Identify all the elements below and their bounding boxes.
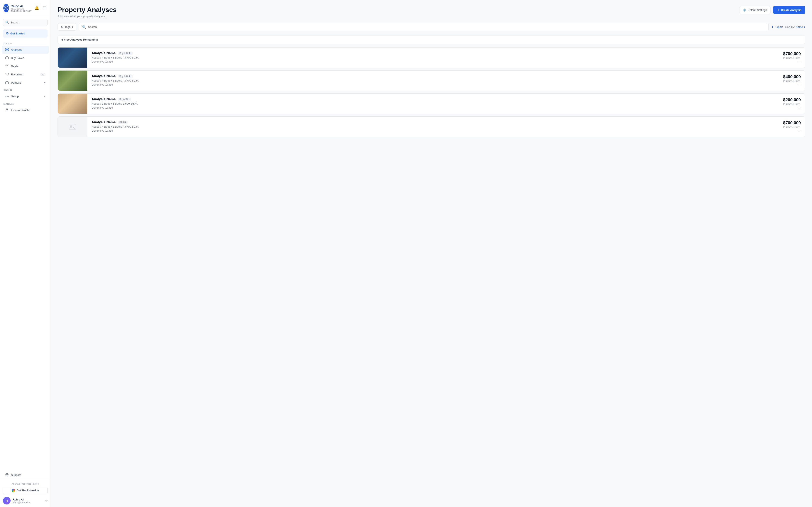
card-details: House / 2 Beds / 1 Bath / 1,500 Sq.Ft. <box>92 102 775 105</box>
chrome-icon <box>12 489 15 492</box>
plus-icon: ＋ <box>777 8 780 12</box>
card-location: Dover, PA, 17315 <box>92 129 775 132</box>
card-menu-button[interactable]: ··· <box>797 60 801 64</box>
card-image-placeholder <box>58 117 87 137</box>
filter-search-input[interactable] <box>88 25 765 29</box>
card-price-label: Purchase Price <box>783 80 801 82</box>
free-analyses-banner: 6 Free Analyses Remaining! <box>57 35 805 44</box>
card-price: $200,000 <box>783 97 801 102</box>
card-price: $700,000 <box>783 51 801 56</box>
card-location: Dover, PA, 17315 <box>92 60 775 63</box>
filter-search-box: 🔍 <box>79 23 768 31</box>
social-section-label: Social <box>0 87 51 92</box>
card-title-row: Analysis Name Buy & Hold <box>92 74 775 78</box>
get-started-label: Get Started <box>10 32 25 35</box>
settings-icon: ⚙️ <box>743 8 746 12</box>
svg-point-17 <box>70 125 72 127</box>
card-title-row: Analysis Name Fix & Flip <box>92 97 775 101</box>
page-subtitle: A list view of all your property analyse… <box>57 14 117 18</box>
analyze-faster-text: Analyze Properties Faster! <box>3 483 48 485</box>
investor-profile-label: Investor Profile <box>11 109 30 112</box>
card-tag: Buy & Hold <box>118 52 133 55</box>
analyses-label: Analyses <box>11 48 22 51</box>
buy-boxes-icon <box>5 56 9 60</box>
sort-chevron-icon: ▾ <box>804 25 805 29</box>
tags-button[interactable]: 🏷 Tags ▾ <box>57 23 77 31</box>
filter-bar: 🏷 Tags ▾ 🔍 ⬆ Export Sort by: Name ▾ <box>57 23 805 31</box>
notifications-button[interactable]: 🔔 <box>34 5 40 11</box>
card-menu-button[interactable]: ··· <box>797 82 801 87</box>
group-icon <box>5 95 9 99</box>
create-analysis-button[interactable]: ＋ Create Analysis <box>773 6 805 14</box>
tags-label: Tags <box>65 25 70 29</box>
card-image <box>58 94 87 114</box>
card-price-block: $700,000 Purchase Price <box>783 120 801 129</box>
card-name: Analysis Name <box>92 97 116 101</box>
export-button[interactable]: ⬆ Export <box>771 25 783 29</box>
avatar-initials: R <box>6 499 8 502</box>
analysis-card[interactable]: Analysis Name Buy & Hold House / 4 Beds … <box>57 47 805 68</box>
deals-icon <box>5 64 9 68</box>
tools-section-label: Tools <box>0 40 51 46</box>
default-settings-label: Default Settings <box>748 8 767 12</box>
card-title-row: Analysis Name Buy & Hold <box>92 51 775 55</box>
logo-text: Reico AI REAL ESTATE INVESTING COPILOT <box>11 4 34 12</box>
search-input[interactable] <box>11 21 45 24</box>
analyses-icon <box>5 48 9 52</box>
logo: Reico AI REAL ESTATE INVESTING COPILOT <box>3 4 34 12</box>
user-info: Reico AI Mark@therealtor... <box>13 498 43 504</box>
menu-button[interactable]: ☰ <box>42 5 47 11</box>
group-chevron-icon: ▾ <box>44 95 45 98</box>
card-menu-button[interactable]: ··· <box>797 129 801 133</box>
page-title-block: Property Analyses A list view of all you… <box>57 6 117 18</box>
app-subtitle: REAL ESTATE INVESTING COPILOT <box>11 8 34 12</box>
card-price: $400,000 <box>783 74 801 79</box>
favorites-badge: 00 <box>40 73 45 76</box>
sidebar-item-buy-boxes[interactable]: Buy Boxes <box>2 54 49 62</box>
svg-rect-3 <box>5 50 7 51</box>
sidebar-item-deals[interactable]: Deals <box>2 62 49 70</box>
svg-point-9 <box>6 109 8 110</box>
card-location: Dover, PA, 17315 <box>92 83 775 86</box>
user-row: R Reico AI Mark@therealtor... ⎋ <box>3 497 48 504</box>
page-header: Property Analyses A list view of all you… <box>57 6 805 18</box>
group-label: Group <box>11 95 18 98</box>
sidebar-item-support[interactable]: Support <box>2 471 49 479</box>
avatar: R <box>3 497 11 504</box>
search-icon: 🔍 <box>5 21 9 24</box>
card-name: Analysis Name <box>92 120 116 124</box>
card-details: House / 4 Beds / 3 Baths / 3,700 Sq.Ft. <box>92 79 775 82</box>
card-body: Analysis Name BRRR House / 4 Beds / 3 Ba… <box>87 117 779 137</box>
get-extension-button[interactable]: Get The Extension <box>3 487 48 494</box>
support-icon <box>5 473 9 477</box>
card-tag: Buy & Hold <box>118 74 133 78</box>
get-started-button[interactable]: ⟳ Get Started <box>3 30 48 38</box>
default-settings-button[interactable]: ⚙️ Default Settings <box>739 6 770 14</box>
card-tag: Fix & Flip <box>118 98 131 101</box>
header-actions: ⚙️ Default Settings ＋ Create Analysis <box>739 6 805 14</box>
card-menu-button[interactable]: ··· <box>797 106 801 110</box>
sidebar-item-group[interactable]: Group ▾ <box>2 93 49 100</box>
card-location: Dover, PA, 17315 <box>92 106 775 109</box>
filter-search-icon: 🔍 <box>82 25 86 29</box>
card-image <box>58 70 87 91</box>
svg-point-8 <box>7 95 8 96</box>
logout-button[interactable]: ⎋ <box>45 499 48 503</box>
sort-value[interactable]: Name <box>796 25 803 29</box>
tag-icon: 🏷 <box>61 25 63 29</box>
favorites-icon <box>5 72 9 76</box>
sidebar-item-portfolio[interactable]: Portfolio ▾ <box>2 79 49 87</box>
svg-rect-6 <box>5 82 8 84</box>
sidebar-item-analyses[interactable]: Analyses <box>2 46 49 54</box>
svg-rect-1 <box>5 48 7 49</box>
sidebar-item-investor-profile[interactable]: Investor Profile <box>2 106 49 114</box>
card-image <box>58 48 87 68</box>
analysis-card[interactable]: Analysis Name Buy & Hold House / 4 Beds … <box>57 70 805 91</box>
analysis-card[interactable]: Analysis Name Fix & Flip House / 2 Beds … <box>57 93 805 114</box>
analysis-card[interactable]: Analysis Name BRRR House / 4 Beds / 3 Ba… <box>57 116 805 137</box>
export-icon: ⬆ <box>771 25 773 29</box>
portfolio-label: Portfolio <box>11 81 21 84</box>
portfolio-chevron-icon: ▾ <box>44 81 45 84</box>
sidebar-item-favorites[interactable]: Favorites 00 <box>2 70 49 78</box>
svg-rect-5 <box>5 57 8 59</box>
